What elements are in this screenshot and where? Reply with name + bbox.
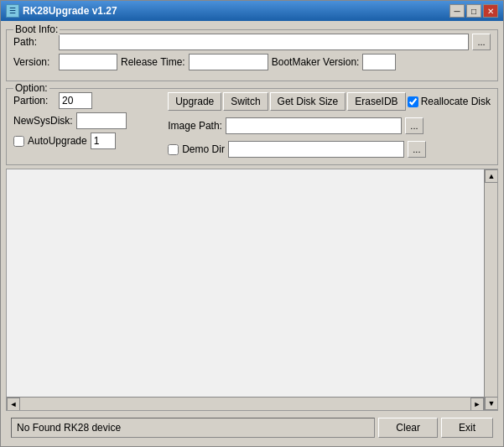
window-content: Boot Info: Path: ... Version: Release Ti… (1, 21, 503, 446)
newsysdisk-input[interactable] (76, 112, 127, 129)
demo-dir-label: Demo Dir (182, 143, 225, 155)
option-left: Partion: NewSysDisk: AutoUpgrade (13, 92, 164, 149)
path-input[interactable] (59, 34, 469, 50)
demo-dir-row: Demo Dir ... (168, 141, 491, 158)
path-label: Path: (13, 36, 55, 48)
autoupgrade-checkbox[interactable] (13, 136, 24, 147)
option-top: Partion: NewSysDisk: AutoUpgrade (13, 92, 491, 158)
version-label: Version: (13, 56, 55, 68)
window-icon: ☰ (6, 4, 19, 18)
action-buttons: Upgrade Switch Get Disk Size EraseIDB Re… (168, 92, 491, 111)
bootmaker-label: BootMaker Version: (272, 56, 360, 68)
bootmaker-input[interactable] (362, 54, 396, 70)
option-group: Option: Partion: NewSysDisk: (6, 88, 498, 165)
clear-button[interactable]: Clear (378, 418, 438, 438)
switch-button[interactable]: Switch (223, 92, 268, 111)
image-path-row: Image Path: ... (168, 117, 491, 134)
vertical-scrollbar[interactable]: ▲ ▼ (484, 169, 497, 410)
scroll-right-button[interactable]: ► (470, 398, 484, 411)
window-title: RK28Upgrade v1.27 (23, 5, 117, 17)
demo-browse-button[interactable]: ... (408, 141, 426, 158)
release-time-input[interactable] (189, 54, 268, 70)
partion-input[interactable] (59, 92, 92, 109)
image-path-input[interactable] (226, 117, 402, 134)
newsysdisk-label: NewSysDisk: (13, 115, 73, 127)
demo-dir-input[interactable] (228, 141, 404, 158)
log-area[interactable]: ▲ ▼ ◄ ► (6, 169, 498, 411)
boot-info-group: Boot Info: Path: ... Version: Release Ti… (6, 29, 498, 81)
scroll-left-button[interactable]: ◄ (7, 398, 20, 411)
reallocate-checkbox[interactable] (408, 96, 418, 107)
title-bar-left: ☰ RK28Upgrade v1.27 (6, 4, 117, 18)
close-button[interactable]: ✕ (483, 4, 498, 18)
option-right: Upgrade Switch Get Disk Size EraseIDB Re… (168, 92, 491, 158)
reallocate-label: Reallocate Disk (421, 96, 491, 107)
version-row: Version: Release Time: BootMaker Version… (13, 54, 491, 70)
get-disk-size-button[interactable]: Get Disk Size (270, 92, 346, 111)
release-time-label: Release Time: (121, 56, 185, 68)
reallocate-row: Reallocate Disk (408, 92, 491, 111)
partion-row: Partion: (13, 92, 164, 109)
erase-idb-button[interactable]: EraseIDB (347, 92, 405, 111)
exit-button[interactable]: Exit (441, 418, 493, 438)
horizontal-scrollbar[interactable]: ◄ ► (7, 397, 484, 410)
newsysdisk-row: NewSysDisk: (13, 112, 164, 129)
demo-dir-checkbox[interactable] (168, 144, 179, 155)
version-input[interactable] (59, 54, 117, 70)
maximize-button[interactable]: □ (466, 4, 481, 18)
scroll-up-button[interactable]: ▲ (485, 169, 498, 183)
path-browse-button[interactable]: ... (472, 34, 491, 50)
autoupgrade-label: AutoUpgrade (28, 135, 87, 147)
upgrade-button[interactable]: Upgrade (168, 92, 221, 111)
scroll-down-button[interactable]: ▼ (485, 397, 498, 410)
autoupgrade-row: AutoUpgrade (13, 133, 164, 149)
title-bar-buttons: ─ □ ✕ (449, 4, 498, 18)
option-label: Option: (13, 82, 49, 94)
image-browse-button[interactable]: ... (405, 117, 423, 134)
status-text: No Found RK28 device (11, 418, 375, 438)
status-bar: No Found RK28 device Clear Exit (6, 414, 498, 441)
autoupgrade-input[interactable] (91, 133, 116, 149)
minimize-button[interactable]: ─ (449, 4, 465, 18)
title-bar: ☰ RK28Upgrade v1.27 ─ □ ✕ (1, 1, 503, 21)
image-path-label: Image Path: (168, 120, 222, 132)
path-row: Path: ... (13, 34, 491, 50)
boot-info-label: Boot Info: (13, 23, 60, 35)
partion-label: Partion: (13, 95, 55, 107)
main-window: ☰ RK28Upgrade v1.27 ─ □ ✕ Boot Info: Pat… (0, 0, 504, 447)
